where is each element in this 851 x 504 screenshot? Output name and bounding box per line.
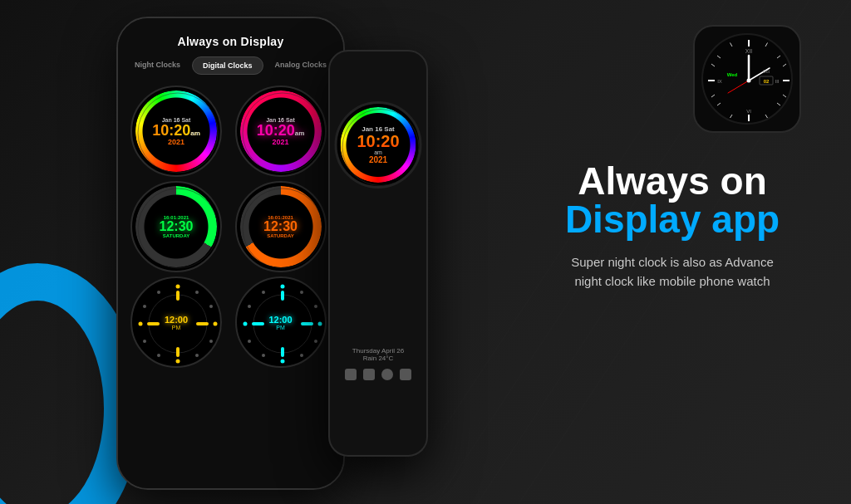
tab-night-clocks[interactable]: Night Clocks — [125, 56, 190, 75]
svg-line-50 — [783, 64, 786, 66]
svg-rect-22 — [147, 322, 160, 325]
svg-point-20 — [157, 291, 160, 294]
svg-point-32 — [280, 360, 284, 364]
svg-point-27 — [300, 291, 303, 294]
svg-point-26 — [280, 285, 284, 289]
clock-face-6[interactable]: 12:00 PM — [235, 276, 327, 368]
clock-face-2[interactable]: Jan 16 Sat 10:20am 2021 — [235, 86, 327, 177]
weather-icon-2 — [363, 369, 375, 380]
svg-text:VI: VI — [746, 109, 751, 114]
svg-text:Wed: Wed — [727, 72, 738, 77]
phone-header-title: Always on Display — [118, 18, 343, 56]
clock-grid-row3: 12:00 PM — [118, 276, 343, 372]
svg-line-55 — [717, 103, 721, 105]
svg-text:XII: XII — [745, 48, 753, 54]
svg-rect-42 — [281, 347, 284, 357]
svg-point-13 — [209, 340, 213, 343]
headline-line1: Always on — [519, 162, 826, 200]
watch-face-svg: 02 Wed Oct XII IX VI III — [703, 35, 794, 126]
svg-point-14 — [195, 354, 199, 357]
svg-line-53 — [765, 115, 768, 118]
phone-mockup: Always on Display Night Clocks Digital C… — [116, 17, 345, 490]
clock1-time: 10:20am — [152, 123, 200, 138]
svg-point-11 — [209, 305, 213, 308]
clock3-day: SATURDAY — [163, 233, 189, 238]
svg-line-49 — [777, 56, 780, 58]
clock-face-3[interactable]: 16:01:2021 12:30 SATURDAY — [130, 181, 222, 272]
big-clock-face: Jan 16 Sat 10:20 am 2021 — [335, 101, 422, 188]
svg-point-63 — [747, 79, 751, 83]
svg-rect-23 — [196, 322, 209, 325]
weather-icons — [330, 369, 426, 380]
weather-icon-3 — [381, 369, 393, 380]
svg-point-29 — [317, 322, 322, 326]
weather-line2: Rain 24°C — [330, 355, 426, 362]
tab-bar: Night Clocks Digital Clocks Analog Clock… — [118, 56, 343, 81]
svg-text:IX: IX — [717, 79, 722, 84]
svg-point-36 — [248, 305, 251, 308]
svg-point-19 — [143, 305, 146, 308]
svg-rect-24 — [176, 291, 180, 301]
svg-rect-25 — [176, 347, 180, 357]
tab-digital-clocks[interactable]: Digital Clocks — [192, 56, 263, 75]
clock-inner-2: Jan 16 Sat 10:20am 2021 — [237, 87, 325, 175]
clock-inner-4: 16:01:2021 12:30 SATURDAY — [237, 183, 325, 271]
svg-rect-40 — [301, 322, 313, 325]
clock-grid-row1: Jan 16 Sat 10:20am 2021 Jan 16 Sat 10:20… — [118, 81, 343, 181]
svg-text:III: III — [775, 79, 779, 84]
svg-text:Oct: Oct — [763, 69, 770, 74]
svg-point-31 — [300, 354, 303, 357]
headline-section: Always on Display app Super night clock … — [519, 162, 826, 291]
clock-inner-1: Jan 16 Sat 10:20am 2021 — [132, 87, 220, 175]
big-clock-ampm: am — [357, 149, 399, 155]
svg-point-18 — [139, 322, 143, 326]
svg-rect-41 — [281, 291, 284, 301]
tab-analog-clocks[interactable]: Analog Clocks — [265, 56, 337, 75]
svg-line-57 — [711, 64, 715, 66]
analog-watch-icon: 02 Wed Oct XII IX VI III — [693, 25, 801, 133]
clock5-ampm: PM — [165, 325, 188, 330]
svg-line-59 — [730, 43, 733, 47]
clock-face-5[interactable]: 12:00 PM — [130, 276, 222, 368]
svg-point-16 — [157, 354, 160, 357]
svg-point-34 — [248, 340, 251, 343]
clock-face-1[interactable]: Jan 16 Sat 10:20am 2021 — [130, 86, 222, 177]
phone-big-mockup: Jan 16 Sat 10:20 am 2021 Thursday April … — [328, 50, 428, 457]
big-clock-year: 2021 — [357, 155, 399, 164]
svg-point-28 — [314, 305, 317, 308]
phone-screen: Always on Display Night Clocks Digital C… — [118, 18, 343, 488]
svg-line-62 — [728, 81, 749, 93]
weather-line1: Thursday April 26 — [330, 347, 426, 355]
svg-point-17 — [143, 340, 146, 343]
clock6-time-display: 12:00 PM — [268, 315, 292, 330]
clock3-time: 12:30 — [160, 220, 194, 233]
clock2-time: 10:20am — [257, 123, 305, 138]
svg-point-15 — [176, 360, 180, 364]
weather-icon-1 — [345, 369, 357, 380]
clock6-time: 12:00 — [268, 315, 292, 325]
svg-text:02: 02 — [764, 79, 770, 84]
watch-face: 02 Wed Oct XII IX VI III — [701, 33, 793, 125]
svg-point-37 — [262, 291, 265, 294]
svg-point-12 — [214, 322, 218, 326]
clock-inner-3: 16:01:2021 12:30 SATURDAY — [132, 183, 220, 271]
svg-point-30 — [314, 340, 317, 343]
svg-line-56 — [711, 95, 715, 97]
svg-line-58 — [717, 56, 721, 58]
svg-line-51 — [783, 95, 786, 97]
clock-face-4[interactable]: 16:01:2021 12:30 SATURDAY — [235, 181, 327, 272]
big-clock-time: 10:20 — [357, 133, 399, 149]
headline-subtitle: Super night clock is also as Advancenigh… — [519, 253, 826, 291]
clock5-time-display: 12:00 PM — [165, 315, 188, 330]
svg-point-9 — [176, 285, 180, 289]
svg-rect-39 — [252, 322, 264, 325]
clock4-time: 12:30 — [263, 220, 298, 233]
svg-point-10 — [195, 291, 199, 294]
big-clock-inner: Jan 16 Sat 10:20 am 2021 — [357, 125, 399, 164]
headline-line2: Display app — [519, 200, 826, 238]
clock6-ampm: PM — [268, 325, 292, 330]
clock1-year: 2021 — [168, 138, 184, 146]
weather-icon-4 — [400, 369, 411, 380]
clock2-year: 2021 — [272, 138, 288, 146]
clock-grid-row2: 16:01:2021 12:30 SATURDAY 16:01:2021 12:… — [118, 181, 343, 276]
